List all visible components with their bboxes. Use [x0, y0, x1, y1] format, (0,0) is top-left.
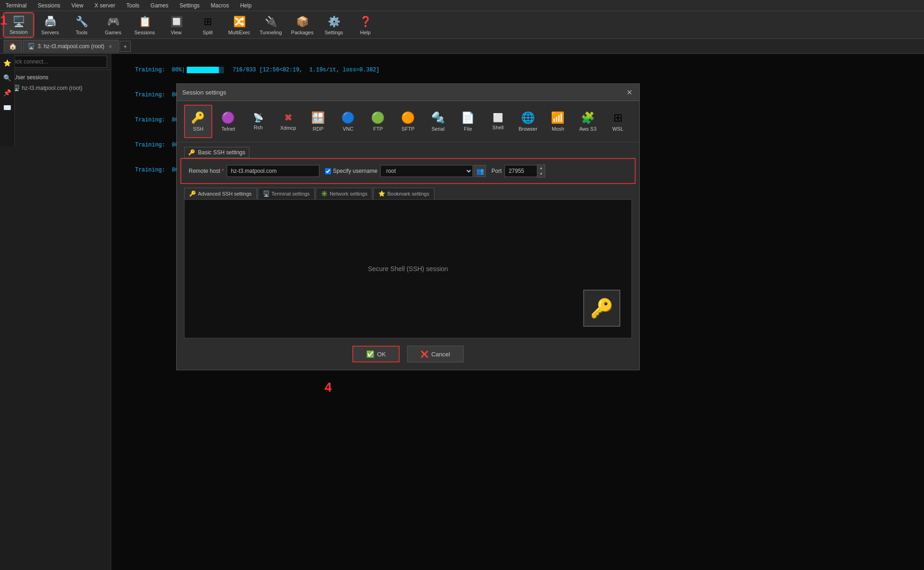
menu-xserver[interactable]: X server [93, 1, 117, 10]
tab-close-button[interactable]: ✕ [107, 43, 114, 50]
protocol-ftp-button[interactable]: 🟢 FTP [364, 105, 392, 138]
menu-sessions[interactable]: Sessions [36, 1, 62, 10]
protocol-rdp-button[interactable]: 🪟 RDP [304, 105, 332, 138]
port-increment-button[interactable]: ▲ [537, 165, 545, 171]
protocol-browser-button[interactable]: 🌐 Browser [514, 105, 542, 138]
toolbar-servers-button[interactable]: 🖨️ Servers [35, 13, 65, 37]
port-spinner: ▲ ▼ [504, 165, 545, 177]
left-icon-bar: ⭐ 🔍 📌 ✉️ [0, 54, 15, 146]
protocol-ssh-button[interactable]: 🔑 SSH [184, 105, 212, 138]
port-decrement-button[interactable]: ▼ [537, 171, 545, 177]
session-label: Session [9, 29, 27, 35]
network-tab-icon: ✳️ [321, 190, 328, 197]
toolbar-session-button[interactable]: 🖥️ Session [4, 13, 33, 37]
session-item[interactable]: 🖥️ hz-t3.matpool.com (root) [0, 83, 111, 93]
sidebar: ⭐ User sessions 🖥️ hz-t3.matpool.com (ro… [0, 54, 111, 570]
tools-label: Tools [76, 30, 88, 35]
bookmark-tab-icon: ⭐ [378, 190, 385, 197]
protocol-rsh-button[interactable]: 📡 Rsh [244, 105, 273, 138]
sessions-icon: 📋 [137, 15, 152, 29]
username-dropdown[interactable]: root [380, 165, 473, 177]
dialog-title-bar: Session settings ✕ [177, 84, 639, 101]
sessions-label: Sessions [134, 30, 155, 35]
remote-host-input[interactable] [227, 165, 319, 177]
terminal-tab-label: Terminal settings [272, 191, 310, 196]
menu-view[interactable]: View [70, 1, 85, 10]
mosh-icon: 📶 [551, 111, 565, 124]
bookmark-icon[interactable]: ⭐ [2, 57, 13, 69]
toolbar-tools-button[interactable]: 🔧 Tools [67, 13, 96, 37]
menu-bar: Terminal Sessions View X server Tools Ga… [0, 0, 924, 11]
view-label: View [171, 30, 182, 35]
username-group: Specify username root 👥 [325, 165, 486, 177]
sub-tab-network[interactable]: ✳️ Network settings [316, 188, 372, 199]
ssh-fields-row: Remote host * Specify username root 👥 Po… [180, 158, 636, 184]
port-spinner-buttons: ▲ ▼ [537, 165, 545, 177]
dialog-close-button[interactable]: ✕ [624, 88, 634, 97]
cancel-button[interactable]: ❌ Cancel [407, 346, 463, 362]
toolbar-tunneling-button[interactable]: 🔌 Tunneling [256, 13, 286, 37]
ok-button[interactable]: ✅ OK [352, 346, 400, 362]
tab-home[interactable]: 🏠 [4, 40, 22, 53]
toolbar-games-button[interactable]: 🎮 Games [98, 13, 128, 37]
port-group: Port ▲ ▼ [491, 165, 545, 177]
wsl-icon: ⊞ [613, 111, 623, 124]
sub-tab-terminal[interactable]: 🖥️ Terminal settings [258, 188, 315, 199]
menu-settings[interactable]: Settings [178, 1, 201, 10]
toolbar-view-button[interactable]: 🔲 View [161, 13, 191, 37]
sub-tab-advanced-ssh[interactable]: 🔑 Advanced SSH settings [184, 188, 257, 199]
session-settings-dialog: Session settings ✕ 🔑 SSH 🟣 Telnet 📡 Rsh … [176, 83, 640, 370]
tab-add-button[interactable]: + [120, 41, 131, 52]
menu-tools[interactable]: Tools [125, 1, 141, 10]
search-icon[interactable]: 🔍 [2, 72, 13, 83]
session-icon: 🖥️ [11, 15, 26, 28]
send-icon[interactable]: ✉️ [2, 102, 13, 113]
dialog-buttons: ✅ OK ❌ Cancel [177, 338, 639, 370]
toolbar-sessions-button[interactable]: 📋 Sessions [130, 13, 159, 37]
user-management-button[interactable]: 👥 [474, 165, 486, 177]
multiexec-icon: 🔀 [232, 15, 247, 29]
tunneling-label: Tunneling [260, 30, 282, 35]
toolbar-packages-button[interactable]: 📦 Packages [287, 13, 317, 37]
menu-games[interactable]: Games [149, 1, 171, 10]
protocol-wsl-button[interactable]: ⊞ WSL [604, 105, 632, 138]
protocol-shell-button[interactable]: ⬜ Shell [484, 105, 512, 138]
session-group-label: User sessions [13, 74, 48, 81]
toolbar-multiexec-button[interactable]: 🔀 MultiExec [224, 13, 254, 37]
ssh-label: SSH [193, 126, 204, 132]
menu-macros[interactable]: Macros [209, 1, 231, 10]
session-group[interactable]: ⭐ User sessions [0, 72, 111, 83]
quick-connect-input[interactable] [4, 56, 107, 68]
pin-icon[interactable]: 📌 [2, 87, 13, 98]
xdmcp-icon: ✖ [284, 112, 292, 123]
session-item-label: hz-t3.matpool.com (root) [22, 85, 83, 91]
ssh-icon: 🔑 [191, 111, 205, 124]
advanced-ssh-tab-label: Advanced SSH settings [198, 191, 252, 196]
toolbar-help-button[interactable]: ❓ Help [350, 13, 380, 37]
protocol-vnc-button[interactable]: 🔵 VNC [334, 105, 363, 138]
basic-ssh-label: Basic SSH settings [198, 149, 245, 156]
rsh-icon: 📡 [253, 113, 263, 123]
protocol-telnet-button[interactable]: 🟣 Telnet [214, 105, 242, 138]
protocol-xdmcp-button[interactable]: ✖ Xdmcp [274, 105, 302, 138]
specify-username-checkbox[interactable] [325, 168, 331, 174]
protocol-mosh-button[interactable]: 📶 Mosh [544, 105, 572, 138]
sub-tab-bookmark[interactable]: ⭐ Bookmark settings [373, 188, 434, 199]
protocol-sftp-button[interactable]: 🟠 SFTP [394, 105, 422, 138]
rdp-label: RDP [313, 126, 324, 132]
toolbar-split-button[interactable]: ⊞ Split [193, 13, 223, 37]
menu-help[interactable]: Help [238, 1, 254, 10]
help-icon: ❓ [358, 15, 373, 29]
serial-icon: 🔩 [431, 111, 445, 124]
telnet-icon: 🟣 [221, 111, 235, 124]
toolbar-settings-button[interactable]: ⚙️ Settings [319, 13, 349, 37]
menu-terminal[interactable]: Terminal [4, 1, 28, 10]
port-input[interactable] [504, 165, 537, 177]
tools-icon: 🔧 [74, 15, 89, 29]
key-icon: 🔑 [590, 298, 613, 319]
tab-session-active[interactable]: 🖥️ 3. hz-t3.matpool.com (root) ✕ [23, 40, 119, 53]
protocol-file-button[interactable]: 📄 File [454, 105, 482, 138]
step1-label: 1 [0, 13, 7, 28]
protocol-awss3-button[interactable]: 🧩 Aws S3 [574, 105, 602, 138]
protocol-serial-button[interactable]: 🔩 Serial [424, 105, 452, 138]
